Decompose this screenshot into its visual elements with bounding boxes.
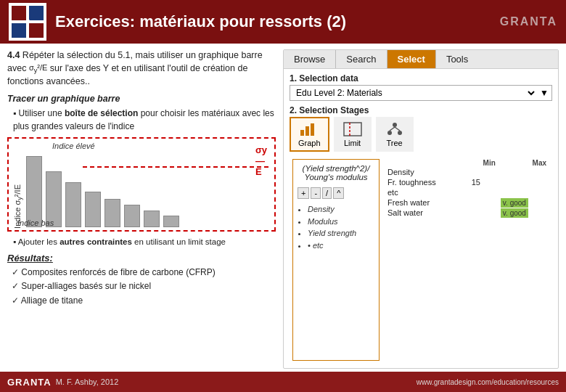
bar-8 — [163, 216, 179, 227]
tools-button[interactable]: Tools — [436, 50, 478, 68]
graph-section-title: Tracer un graphique barre — [7, 94, 276, 104]
constraints-table: Min Max Density Fr. toughness — [385, 159, 549, 218]
constraints-box: Min Max Density Fr. toughness — [385, 159, 549, 361]
fresh-water-value: v. good — [501, 198, 528, 208]
constraint-fr-label: Fr. toughness — [385, 177, 469, 187]
left-panel: 4.4 Répéter la sélection du 5.1, mais ut… — [7, 49, 276, 369]
table-row: Fr. toughness 15 — [385, 177, 549, 187]
constraint-density-max — [499, 167, 549, 177]
prop-yield: Yield strength — [308, 227, 374, 240]
salt-water-value: v. good — [501, 208, 528, 218]
constraint-salt-max: v. good — [499, 208, 549, 218]
svg-point-12 — [387, 131, 392, 135]
col-min: Min — [469, 159, 499, 167]
limit-icon — [343, 121, 363, 137]
lower-area: (Yield strength^2)/Young's modulus + - /… — [290, 156, 552, 364]
intro-text: 4.4 Répéter la sélection du 5.1, mais ut… — [7, 49, 276, 88]
col-label — [385, 159, 469, 167]
steps-area: 1. Selection data Edu Level 2: Materials… — [284, 69, 558, 368]
svg-rect-9 — [344, 123, 361, 136]
bar-7 — [144, 211, 160, 227]
svg-line-14 — [390, 127, 395, 131]
step1-label: 1. Selection data — [290, 73, 552, 83]
graph-btn-label: Graph — [298, 139, 321, 147]
prop-modulus: Modulus — [308, 216, 374, 228]
constraint-density-min — [469, 167, 499, 177]
formula-box: (Yield strength^2)/Young's modulus + - /… — [292, 159, 380, 361]
bar-6 — [124, 205, 140, 227]
footer-url: www.grantadesign.com/education/resources — [417, 378, 559, 386]
limit-btn-label: Limit — [344, 139, 361, 147]
materials-dropdown-row[interactable]: Edu Level 2: Materials ▼ — [290, 85, 552, 101]
svg-text:✦: ✦ — [24, 16, 32, 27]
tree-btn-label: Tree — [386, 139, 402, 147]
limit-line — [83, 166, 268, 168]
svg-rect-7 — [305, 126, 309, 136]
select-button[interactable]: Select — [387, 50, 436, 68]
svg-rect-6 — [300, 130, 304, 136]
formula-power-btn[interactable]: ^ — [333, 187, 344, 199]
graph-label-high: Indice élevé — [52, 142, 95, 150]
title-prefix: Exercices: — [55, 12, 135, 30]
extra-bullet: ▪ Ajouter les autres contraintes en util… — [7, 236, 276, 248]
bar-1 — [26, 156, 42, 227]
constraint-salt-min — [469, 208, 499, 218]
svg-point-11 — [393, 123, 397, 127]
bar-5 — [104, 199, 120, 227]
stage-buttons: Graph Limit — [290, 117, 552, 152]
granta-brand: GRANTA — [500, 15, 557, 28]
tree-stage-button[interactable]: Tree — [376, 117, 414, 152]
svg-line-15 — [395, 127, 400, 131]
bar-3 — [65, 182, 81, 227]
constraint-etc-label: etc — [385, 187, 469, 197]
table-row: Salt water v. good — [385, 208, 549, 218]
search-button[interactable]: Search — [336, 50, 387, 68]
formula-controls: + - / ^ — [298, 187, 374, 199]
constraint-etc-min — [469, 187, 499, 197]
footer-logo: GRANTA — [7, 377, 52, 388]
result-item-2: Super-alliages basés sur le nickel — [7, 279, 276, 293]
main-content: 4.4 Répéter la sélection du 5.1, mais ut… — [0, 44, 566, 372]
svg-rect-8 — [311, 123, 314, 136]
footer-left: GRANTA M. F. Ashby, 2012 — [7, 377, 118, 388]
formula-minus-btn[interactable]: - — [311, 187, 321, 199]
step2: 2. Selection Stages Graph — [290, 105, 552, 152]
university-crest-icon: ✦ — [10, 4, 45, 39]
table-row: Fresh water v. good — [385, 197, 549, 208]
result-item-1: Composites renforcés de fibre de carbone… — [7, 266, 276, 279]
toolbar: Browse Search Select Tools — [284, 50, 558, 69]
properties-list: Density Modulus Yield strength • etc — [298, 203, 374, 251]
prop-density: Density — [308, 203, 374, 216]
svg-point-13 — [398, 131, 402, 135]
formula-plus-btn[interactable]: + — [298, 187, 309, 199]
formula-title: (Yield strength^2)/Young's modulus — [298, 164, 374, 181]
formula-divide-btn[interactable]: / — [322, 187, 332, 199]
col-max: Max — [499, 159, 549, 167]
prop-etc: • etc — [308, 240, 374, 252]
bar-chart — [26, 152, 270, 229]
results-title: Résultats: — [7, 253, 276, 264]
header: ✦ Exercices: matériaux pour ressorts (2)… — [0, 0, 566, 44]
materials-select[interactable]: Edu Level 2: Materials — [293, 87, 537, 99]
right-panel: Browse Search Select Tools 1. Selection … — [283, 49, 559, 369]
constraint-fr-min: 15 — [469, 177, 499, 187]
tree-icon — [385, 121, 405, 137]
constraint-fresh-label: Fresh water — [385, 197, 469, 208]
dropdown-arrow-icon: ▼ — [540, 88, 549, 98]
graph-icon — [299, 121, 319, 137]
footer: GRANTA M. F. Ashby, 2012 www.grantadesig… — [0, 372, 566, 392]
title-main: matériaux pour ressorts (2) — [135, 12, 346, 30]
step2-label: 2. Selection Stages — [290, 105, 552, 115]
page-title: Exercices: matériaux pour ressorts (2) — [55, 12, 491, 31]
tree-chart-icon — [385, 121, 405, 137]
step1: 1. Selection data Edu Level 2: Materials… — [290, 73, 552, 101]
constraint-fresh-max: v. good — [499, 197, 549, 208]
constraint-density-label: Density — [385, 167, 469, 177]
browse-button[interactable]: Browse — [284, 50, 336, 68]
sigma-y-label: σy—E — [255, 144, 267, 177]
table-row: etc — [385, 187, 549, 197]
graph-bullet: Utiliser une boîte de sélection pour cho… — [7, 107, 276, 133]
graph-stage-button[interactable]: Graph — [290, 117, 329, 152]
constraint-fr-max — [499, 177, 549, 187]
limit-stage-button[interactable]: Limit — [334, 117, 372, 152]
